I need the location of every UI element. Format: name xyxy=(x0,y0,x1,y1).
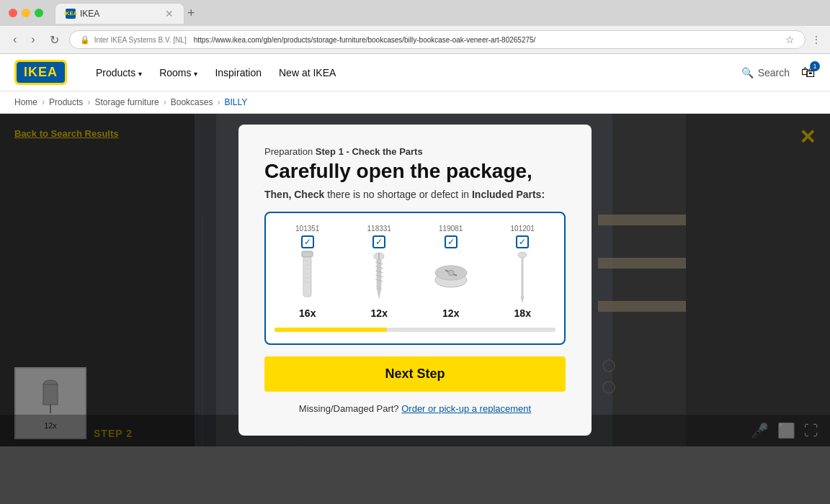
main-nav: Products ▾ Rooms ▾ Inspiration New at IK… xyxy=(96,67,336,78)
header-right: 🔍 Search 🛍 1 xyxy=(741,64,816,81)
svg-rect-13 xyxy=(302,251,313,257)
more-options-icon[interactable]: ⋮ xyxy=(811,34,821,45)
replacement-link[interactable]: Order or pick-up a replacement xyxy=(401,403,531,414)
progress-bar-fill xyxy=(275,328,387,332)
part-image-2 xyxy=(357,251,401,302)
browser-tab[interactable]: IKEA IKEA ✕ xyxy=(55,3,184,24)
part-checkbox-3[interactable]: ✓ xyxy=(445,235,458,248)
svg-point-34 xyxy=(518,252,527,258)
missing-part-text: Missing/Damaged Part? xyxy=(299,403,399,414)
prep-label: Preparation Step 1 - Check the Parts xyxy=(264,146,566,157)
instruction-modal: Preparation Step 1 - Check the Parts Car… xyxy=(238,125,592,436)
part-image-4 xyxy=(501,251,544,302)
breadcrumb-billy[interactable]: BILLY xyxy=(224,97,247,107)
cart-icon[interactable]: 🛍 1 xyxy=(801,64,816,81)
tab-title: IKEA xyxy=(80,9,99,19)
lock-icon: 🔒 xyxy=(80,35,90,45)
breadcrumb-products[interactable]: Products xyxy=(49,97,83,107)
ikea-header: IKEA Products ▾ Rooms ▾ Inspiration New … xyxy=(0,54,830,91)
nav-inspiration[interactable]: Inspiration xyxy=(215,67,262,78)
nav-products[interactable]: Products ▾ xyxy=(96,67,142,78)
part-item-1: 101351 ✓ xyxy=(286,225,329,319)
maximize-window-btn[interactable] xyxy=(35,9,43,17)
modal-subtitle: Then, Check there is no shortage or defe… xyxy=(264,189,566,200)
parts-box: 101351 ✓ xyxy=(264,212,566,345)
ikea-logo[interactable]: IKEA xyxy=(14,60,67,85)
site-info: Inter IKEA Systems B.V. [NL] xyxy=(94,36,187,44)
breadcrumb: Home › Products › Storage furniture › Bo… xyxy=(0,91,830,114)
title-bar: IKEA IKEA ✕ + xyxy=(0,0,830,26)
progress-bar-background xyxy=(275,328,555,332)
nav-new-at-ikea[interactable]: New at IKEA xyxy=(279,67,336,78)
traffic-lights xyxy=(9,9,43,17)
cart-badge: 1 xyxy=(810,61,820,71)
part-item-3: 119081 ✓ 12x xyxy=(429,225,473,319)
tab-close-btn[interactable]: ✕ xyxy=(165,8,174,19)
part-count-1: 16x xyxy=(299,307,316,319)
modal-title: Carefully open the package, xyxy=(264,160,566,183)
svg-rect-14 xyxy=(303,257,311,297)
part-id-2: 118331 xyxy=(367,225,391,233)
tab-favicon: IKEA xyxy=(66,9,76,19)
step-text: Step 1 - Check the Parts xyxy=(316,146,423,157)
main-area: Back to Search Results ✕ 12x STEP 2 🎤 ⬜ … xyxy=(0,114,830,446)
new-tab-btn[interactable]: + xyxy=(187,6,195,21)
address-bar: ‹ › ↻ 🔒 Inter IKEA Systems B.V. [NL] htt… xyxy=(0,26,830,53)
back-btn[interactable]: ‹ xyxy=(9,32,21,48)
part-image-3 xyxy=(429,251,473,302)
part-item-4: 101201 ✓ 18x xyxy=(501,225,544,319)
modal-footer: Missing/Damaged Part? Order or pick-up a… xyxy=(264,403,566,414)
part-count-2: 12x xyxy=(371,307,388,319)
minimize-window-btn[interactable] xyxy=(22,9,30,17)
browser-chrome: IKEA IKEA ✕ + ‹ › ↻ 🔒 Inter IKEA Systems… xyxy=(0,0,830,54)
part-id-1: 101351 xyxy=(295,225,319,233)
part-id-4: 101201 xyxy=(511,225,535,233)
progress-bar-container xyxy=(275,328,555,332)
part-checkbox-4[interactable]: ✓ xyxy=(516,235,529,248)
breadcrumb-home[interactable]: Home xyxy=(14,97,37,107)
reload-btn[interactable]: ↻ xyxy=(45,32,63,48)
part-checkbox-2[interactable]: ✓ xyxy=(372,235,385,248)
close-window-btn[interactable] xyxy=(9,9,17,17)
part-id-3: 119081 xyxy=(439,225,463,233)
modal-overlay: Preparation Step 1 - Check the Parts Car… xyxy=(0,114,830,446)
breadcrumb-bookcases[interactable]: Bookcases xyxy=(171,97,213,107)
next-step-button[interactable]: Next Step xyxy=(264,356,566,392)
part-checkbox-1[interactable]: ✓ xyxy=(301,235,314,248)
search-label: Search xyxy=(758,67,790,78)
part-count-4: 18x xyxy=(514,307,531,319)
search-area[interactable]: 🔍 Search xyxy=(741,67,790,78)
svg-marker-36 xyxy=(521,297,524,302)
part-count-3: 12x xyxy=(442,307,459,319)
part-image-1 xyxy=(286,251,329,302)
url-display: https://www.ikea.com/gb/en/products/stor… xyxy=(194,36,536,44)
part-item-2: 118331 ✓ xyxy=(357,225,401,319)
nav-rooms[interactable]: Rooms ▾ xyxy=(159,67,197,78)
parts-grid: 101351 ✓ xyxy=(275,225,555,319)
svg-point-33 xyxy=(448,270,454,276)
address-input[interactable]: 🔒 Inter IKEA Systems B.V. [NL] https://w… xyxy=(69,30,806,49)
bookmark-icon[interactable]: ☆ xyxy=(785,34,795,45)
breadcrumb-storage[interactable]: Storage furniture xyxy=(94,97,159,107)
svg-rect-23 xyxy=(377,260,381,289)
search-icon: 🔍 xyxy=(741,67,754,78)
svg-marker-29 xyxy=(377,289,381,298)
tab-bar: IKEA IKEA ✕ + xyxy=(49,3,201,24)
forward-btn[interactable]: › xyxy=(27,32,39,48)
